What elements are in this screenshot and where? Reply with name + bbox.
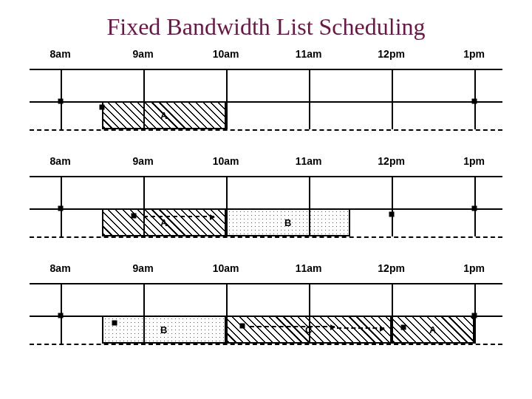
bar-label: B	[284, 217, 291, 228]
bar-label: A	[429, 324, 436, 335]
page-title: Fixed Bandwidth List Scheduling	[0, 13, 532, 41]
tick-label: 9am	[133, 262, 154, 274]
chart-2: 8am 9am 10am 11am 12pm 1pm A B	[30, 155, 502, 255]
axis-top	[30, 69, 502, 70]
marker-icon	[58, 313, 63, 318]
tick-label: 12pm	[378, 48, 405, 60]
gridline	[392, 176, 393, 236]
axis-top	[30, 176, 502, 177]
bar-label: A	[160, 217, 167, 228]
tick-label: 11am	[296, 262, 322, 274]
axis-bottom-dashed	[30, 344, 502, 345]
charts-container: 8am 9am 10am 11am 12pm 1pm A 8am 9am 10a…	[0, 48, 532, 362]
bar-a: A	[102, 208, 226, 236]
marker-icon	[99, 105, 104, 110]
chart-3: 8am 9am 10am 11am 12pm 1pm B C A	[30, 262, 502, 362]
bar-label: A	[160, 110, 167, 121]
axis-mid	[30, 101, 502, 103]
tick-label: 1pm	[463, 48, 485, 60]
gridline	[226, 69, 228, 129]
tick-label: 10am	[213, 155, 239, 167]
tick-label: 11am	[296, 155, 322, 167]
chart-1-time-axis: 8am 9am 10am 11am 12pm 1pm	[30, 48, 502, 64]
axis-bottom-dashed	[30, 129, 502, 131]
tick-label: 1pm	[463, 262, 485, 274]
marker-icon	[131, 214, 136, 219]
tick-label: 12pm	[378, 155, 405, 167]
marker-icon	[58, 206, 63, 211]
bar-b: B	[226, 208, 350, 236]
bar-a: A	[102, 101, 226, 129]
marker-icon	[389, 212, 394, 217]
tick-label: 12pm	[378, 262, 405, 274]
tick-label: 8am	[50, 262, 71, 274]
gridline	[392, 69, 393, 129]
arrow-icon	[250, 326, 335, 327]
arrow-icon	[143, 216, 214, 217]
marker-icon	[400, 325, 406, 330]
gridline	[309, 69, 310, 129]
chart-1: 8am 9am 10am 11am 12pm 1pm A	[30, 48, 502, 148]
marker-icon	[471, 99, 477, 104]
marker-icon	[112, 321, 117, 326]
marker-icon	[240, 324, 245, 329]
tick-label: 1pm	[463, 155, 485, 167]
tick-label: 10am	[213, 262, 239, 274]
bar-label: B	[160, 324, 167, 335]
bar-c: C	[226, 316, 392, 344]
tick-label: 10am	[213, 48, 239, 60]
tick-label: 9am	[133, 155, 154, 167]
bar-b: B	[102, 316, 226, 344]
tick-label: 9am	[133, 48, 154, 60]
arrow-icon	[337, 327, 384, 329]
marker-icon	[471, 206, 477, 211]
axis-bottom-dashed	[30, 236, 502, 238]
tick-label: 8am	[50, 155, 71, 167]
axis-top	[30, 283, 502, 284]
chart-3-time-axis: 8am 9am 10am 11am 12pm 1pm	[30, 262, 502, 279]
chart-2-time-axis: 8am 9am 10am 11am 12pm 1pm	[30, 155, 502, 171]
marker-icon	[58, 99, 63, 104]
tick-label: 11am	[296, 48, 322, 60]
tick-label: 8am	[50, 48, 71, 60]
